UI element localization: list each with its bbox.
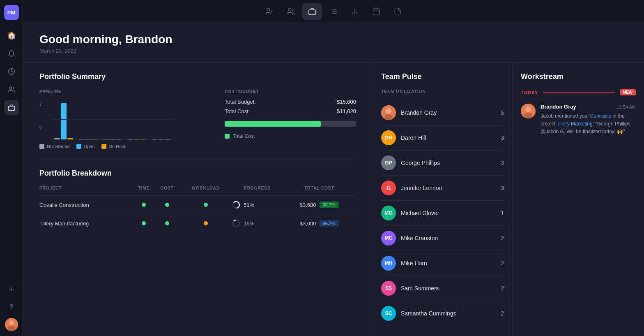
- workstream-title: Workstream: [521, 72, 636, 81]
- progress-pct: 15%: [244, 220, 254, 227]
- progress-circle: [232, 201, 240, 209]
- avatar: DH: [381, 130, 396, 145]
- legend-not-started: Not Started: [39, 144, 70, 149]
- total-budget-label: Total Budget:: [225, 99, 256, 105]
- greeting-title: Good morning, Brandon: [39, 33, 628, 46]
- sidebar-bottom: + ?: [4, 282, 19, 331]
- progress-badge: 38.7%: [320, 202, 339, 208]
- total-budget-row: Total Budget: $15,000: [225, 99, 356, 105]
- table-row: Govalle Construction 51%: [39, 196, 356, 214]
- team-member-name: Brandon Gray: [401, 109, 437, 116]
- team-member-row: MH Mike Horn 2: [381, 251, 504, 276]
- ws-link-project[interactable]: Tillery Marketing: [557, 121, 593, 127]
- cost-indicator: [155, 214, 179, 233]
- user-avatar[interactable]: [5, 318, 18, 331]
- ws-avatar: [521, 104, 536, 118]
- team-member-count: 2: [501, 285, 504, 292]
- team-member-row: SS Sam Summers 2: [381, 276, 504, 301]
- team-utilization-label: TEAM UTILIZATION: [381, 89, 504, 94]
- team-pulse-panel: Team Pulse TEAM UTILIZATION Brandon Gray…: [373, 63, 513, 336]
- total-cost-row: Total Cost: $11,020: [225, 108, 356, 114]
- team-member-left: DH Daren Hill: [381, 130, 426, 145]
- main-content: Good morning, Brandon March 23, 2022 Por…: [23, 23, 644, 336]
- team-member-count: 2: [501, 260, 504, 266]
- team-member-name: Sam Summers: [401, 285, 439, 292]
- team-member-name: Daren Hill: [401, 134, 426, 141]
- cost-indicator: [155, 196, 179, 214]
- ws-content: Brandon Gray 11:54 AM Jacob mentioned yo…: [540, 104, 636, 136]
- avatar: MH: [381, 256, 396, 271]
- team-member-left: Brandon Gray: [381, 105, 437, 120]
- legend-open: Open: [76, 144, 95, 149]
- sidebar-item-home[interactable]: 🏠: [4, 28, 19, 43]
- team-member-name: Samantha Cummings: [401, 310, 456, 317]
- team-member-row: MC Mike Cranston 2: [381, 226, 504, 251]
- progress-cell: 15%: [232, 214, 282, 233]
- total-cost-cell: $3,680 38.7%: [283, 196, 356, 214]
- section-divider: [39, 159, 356, 159]
- team-member-name: George Phillips: [401, 160, 440, 166]
- col-total-cost: TOTAL COST: [283, 186, 356, 196]
- sidebar-item-notifications[interactable]: [4, 46, 19, 61]
- team-member-row: DH Daren Hill 3: [381, 125, 504, 151]
- team-member-count: 2: [501, 235, 504, 241]
- new-badge: NEW: [620, 89, 636, 95]
- team-member-left: MC Mike Cranston: [381, 231, 438, 246]
- ws-time: 11:54 AM: [617, 104, 636, 109]
- team-member-count: 5: [501, 109, 504, 116]
- svg-point-29: [386, 108, 391, 114]
- progress-cell: 51%: [232, 196, 282, 214]
- chart-y-label-0: 0: [39, 125, 42, 130]
- avatar: GP: [381, 155, 396, 170]
- sidebar-item-help[interactable]: ?: [4, 300, 19, 315]
- greeting-date: March 23, 2022: [39, 48, 628, 54]
- app-logo[interactable]: PM: [4, 5, 19, 20]
- team-member-row: MG Michael Glover 1: [381, 201, 504, 226]
- ws-link-contracts[interactable]: Contracts: [590, 113, 611, 119]
- total-cost-value: $11,020: [337, 108, 356, 114]
- sidebar-item-work[interactable]: [4, 100, 19, 115]
- time-indicator: [133, 214, 155, 233]
- svg-point-4: [9, 320, 14, 325]
- budget-bar-container: [225, 121, 356, 127]
- pipeline-section: PIPELINE 2 0: [39, 89, 208, 149]
- avatar: JL: [381, 181, 396, 195]
- page-header: Good morning, Brandon March 23, 2022: [23, 23, 644, 63]
- total-cost-legend-label: Total Cost: [233, 133, 255, 139]
- chart-bar-group-1: [54, 103, 74, 140]
- chart-y-label-2: 2: [39, 102, 42, 107]
- col-progress: PROGRESS: [232, 186, 282, 196]
- chart-bar-open: [61, 103, 67, 140]
- avatar: SC: [381, 306, 396, 321]
- budget-bar-bg: [225, 121, 356, 127]
- sidebar: PM 🏠 + ?: [0, 0, 23, 336]
- team-member-left: MG Michael Glover: [381, 206, 439, 220]
- team-member-count: 3: [501, 160, 504, 166]
- workstream-panel: Workstream TODAY NEW Brando: [513, 63, 644, 336]
- total-cost-legend-icon: [225, 134, 230, 139]
- today-line: [543, 92, 614, 93]
- portfolio-summary-title: Portfolio Summary: [39, 72, 356, 81]
- svg-point-1: [9, 87, 12, 89]
- team-member-left: GP George Phillips: [381, 155, 440, 170]
- sidebar-item-add[interactable]: +: [4, 282, 19, 297]
- team-member-row: GP George Phillips 3: [381, 151, 504, 176]
- col-cost: COST: [155, 186, 179, 196]
- team-member-count: 1: [501, 210, 504, 216]
- ws-message: Jacob mentioned you! Contracts in the pr…: [540, 112, 636, 136]
- chart-area: [51, 99, 174, 140]
- team-member-name: Mike Cranston: [401, 235, 438, 241]
- workload-indicator: [179, 214, 232, 233]
- progress-circle: [232, 219, 240, 227]
- sidebar-item-time[interactable]: [4, 64, 19, 79]
- avatar: [381, 105, 396, 120]
- team-member-left: JL Jennifer Lennon: [381, 181, 442, 195]
- workstream-item: Brandon Gray 11:54 AM Jacob mentioned yo…: [521, 104, 636, 136]
- chart-legend: Not Started Open On Hold: [39, 144, 208, 149]
- col-workload: WORKLOAD: [179, 186, 232, 196]
- budget-bar-fill: [225, 121, 321, 127]
- sidebar-item-people[interactable]: [4, 82, 19, 97]
- svg-rect-2: [8, 106, 14, 111]
- avatar: MC: [381, 231, 396, 246]
- today-label: TODAY: [521, 90, 538, 95]
